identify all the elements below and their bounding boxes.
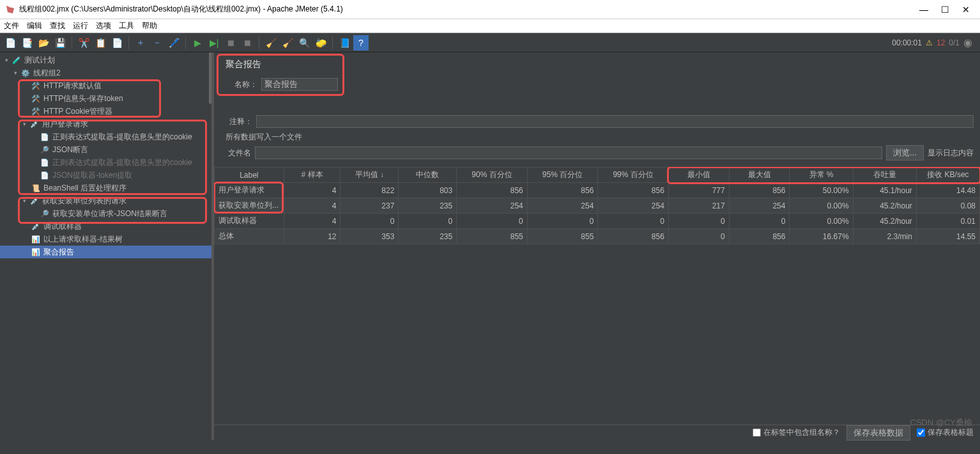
col-error[interactable]: 异常 %: [790, 168, 853, 183]
cell-p95: 0: [527, 214, 598, 229]
tree-debug-sampler[interactable]: 💉 调试取样器: [0, 220, 211, 233]
col-p90[interactable]: 90% 百分位: [457, 168, 528, 183]
tree-thread-group[interactable]: ▾⚙️ 线程组2: [0, 67, 211, 79]
tree-http-default[interactable]: 🛠️ HTTP请求默认值: [0, 79, 211, 92]
tree-json-assert[interactable]: 🔎 JSON断言: [0, 143, 211, 156]
close-button[interactable]: ✕: [962, 4, 970, 15]
col-avg[interactable]: 平均值 ↓: [341, 168, 399, 183]
cell-median: 0: [399, 214, 457, 229]
col-p95[interactable]: 95% 百分位: [527, 168, 598, 183]
copy-icon[interactable]: 📋: [93, 35, 108, 51]
cell-throughput: 45.2/hour: [853, 214, 916, 229]
comment-input[interactable]: [256, 115, 974, 128]
shutdown-icon[interactable]: ⏹: [240, 35, 255, 51]
start-no-pause-icon[interactable]: ▶|: [206, 35, 222, 51]
clear-icon[interactable]: 🧹: [263, 35, 279, 51]
cell-avg: 237: [341, 198, 399, 214]
comment-label: 注释：: [220, 116, 252, 127]
page-icon: 📄: [40, 132, 50, 142]
minus-icon[interactable]: －: [149, 35, 165, 51]
table-row[interactable]: 获取安装单位列...42372352542542542172540.00%45.…: [215, 198, 980, 214]
include-group-checkbox[interactable]: 在标签中包含组名称？: [753, 427, 840, 438]
plus-icon[interactable]: ＋: [133, 35, 148, 51]
cell-p99: 856: [598, 183, 669, 198]
save-table-data-button[interactable]: 保存表格数据: [846, 425, 910, 441]
test-plan-tree[interactable]: ▾🧪 测试计划 ▾⚙️ 线程组2 🛠️ HTTP请求默认值 🛠️ HTTP信息头…: [0, 52, 214, 440]
table-row[interactable]: 调试取样器400000000.00%45.2/hour0.01: [215, 214, 980, 229]
tree-regex1[interactable]: 📄 正则表达式提取器-提取信息头里的cookie: [0, 130, 211, 143]
aggregate-table[interactable]: Label # 样本 平均值 ↓ 中位数 90% 百分位 95% 百分位 99%…: [214, 167, 980, 244]
col-recv[interactable]: 接收 KB/sec: [916, 168, 979, 183]
templates-icon[interactable]: 📑: [19, 35, 34, 51]
tree-aggregate-report[interactable]: 📊 聚合报告: [0, 246, 211, 258]
stop-icon[interactable]: ⏹: [223, 35, 238, 51]
cell-label: 总体: [215, 229, 284, 244]
cut-icon[interactable]: ✂️: [76, 35, 91, 51]
cell-p90: 254: [457, 198, 528, 214]
wrench-icon: 🛠️: [31, 93, 41, 104]
menu-tools[interactable]: 工具: [119, 20, 134, 31]
col-p99[interactable]: 99% 百分位: [598, 168, 669, 183]
tree-root[interactable]: ▾🧪 测试计划: [0, 54, 211, 67]
save-icon[interactable]: 💾: [52, 35, 68, 51]
col-median[interactable]: 中位数: [399, 168, 457, 183]
menu-help[interactable]: 帮助: [142, 20, 157, 31]
file-input[interactable]: [255, 146, 882, 159]
col-min[interactable]: 最小值: [668, 168, 729, 183]
cell-error: 16.67%: [790, 229, 853, 244]
menu-edit[interactable]: 编辑: [27, 20, 42, 31]
reset-search-icon[interactable]: 🧽: [313, 35, 328, 51]
start-icon[interactable]: ▶: [190, 35, 205, 51]
col-throughput[interactable]: 吞吐量: [853, 168, 916, 183]
new-icon[interactable]: 📄: [3, 35, 18, 51]
search-icon[interactable]: 🔍: [296, 35, 312, 51]
wrench-icon: 🛠️: [31, 106, 41, 116]
col-label[interactable]: Label: [215, 168, 284, 183]
show-log-button[interactable]: 显示日志内容: [928, 148, 974, 159]
browse-button[interactable]: 浏览...: [886, 145, 924, 160]
gear-icon: ⚙️: [20, 68, 31, 78]
cell-recv: 0.08: [916, 198, 979, 214]
menu-find[interactable]: 查找: [50, 20, 65, 31]
maximize-button[interactable]: ☐: [941, 4, 949, 15]
open-icon[interactable]: 📂: [36, 35, 51, 51]
cell-p90: 855: [457, 229, 528, 244]
table-row[interactable]: 用户登录请求482280385685685677785650.00%45.1/h…: [215, 183, 980, 198]
wand-icon[interactable]: 🖊️: [166, 35, 181, 51]
cell-p99: 254: [598, 198, 669, 214]
tree-scrollbar[interactable]: [209, 52, 211, 104]
write-all-label: 所有数据写入一个文件: [226, 132, 974, 143]
function-helper-icon[interactable]: 📘: [337, 35, 352, 51]
cell-samples: 4: [284, 198, 341, 214]
menu-run[interactable]: 运行: [73, 20, 88, 31]
tree-json-extract[interactable]: 📄 JSON提取器-token提取: [0, 169, 211, 182]
window-title: 线程组002.jmx (C:\Users\Administrator\Deskt…: [19, 4, 343, 15]
tree-http-cookie[interactable]: 🛠️ HTTP Cookie管理器: [0, 105, 211, 118]
tree-beanshell[interactable]: 📜 BeanShell 后置处理程序: [0, 182, 211, 194]
cell-p95: 254: [527, 198, 598, 214]
paste-icon[interactable]: 📄: [109, 35, 125, 51]
tree-get-list-assert[interactable]: 🔎 获取安装单位请求-JSON结果断言: [0, 207, 211, 220]
table-row[interactable]: 总体12353235855855856085616.67%2.3/min14.5…: [215, 229, 980, 244]
warning-icon[interactable]: ⚠: [926, 38, 933, 47]
toolbar-status: 00:00:01 ⚠ 12 0/1 ◉: [892, 36, 977, 49]
aggregate-table-wrapper: Label # 样本 平均值 ↓ 中位数 90% 百分位 95% 百分位 99%…: [214, 167, 980, 425]
clear-all-icon[interactable]: 🧹: [280, 35, 295, 51]
name-label: 名称：: [226, 79, 257, 90]
col-max[interactable]: 最大值: [729, 168, 790, 183]
help-icon[interactable]: ?: [353, 35, 369, 51]
menu-file[interactable]: 文件: [4, 20, 19, 31]
tree-regex2[interactable]: 📄 正则表达式提取器-提取信息头里的cookie: [0, 156, 211, 169]
cell-p95: 855: [527, 229, 598, 244]
tree-get-list[interactable]: ▾💉 获取安装单位列表的请求: [0, 194, 211, 207]
save-table-header-checkbox[interactable]: 保存表格标题: [917, 427, 974, 438]
tree-http-header[interactable]: 🛠️ HTTP信息头-保存token: [0, 92, 211, 105]
col-samples[interactable]: # 样本: [284, 168, 341, 183]
tree-result-tree[interactable]: 📊 以上请求取样器-结果树: [0, 233, 211, 246]
menu-options[interactable]: 选项: [96, 20, 111, 31]
minimize-button[interactable]: —: [919, 4, 928, 15]
tree-login-request[interactable]: ▾💉 用户登录请求: [0, 118, 211, 130]
name-input[interactable]: [261, 78, 338, 91]
cell-samples: 12: [284, 229, 341, 244]
cell-max: 254: [729, 198, 790, 214]
